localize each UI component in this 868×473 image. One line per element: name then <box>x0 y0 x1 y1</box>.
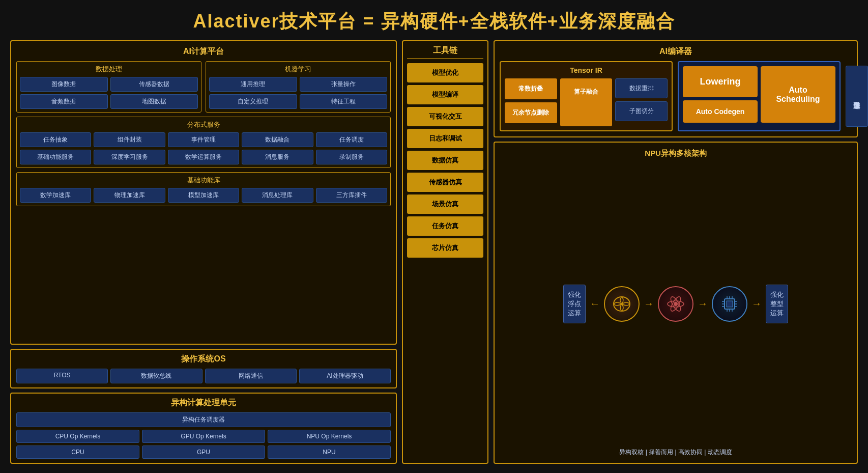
chip-third-party: 三方库插件 <box>316 188 387 203</box>
tensor-ir-grid: 常数折叠 冗余节点删除 算子融合 数据重排 子图切分 <box>505 78 668 126</box>
hetero-section: 异构计算处理单元 异构任务调度器 CPU Op Kernels GPU Op K… <box>10 393 397 464</box>
arrow-right3: → <box>751 298 762 310</box>
ir-data-reorder: 数据重排 <box>615 78 668 98</box>
distributed-section: 分布式服务 任务抽象 组件封装 事件管理 数据融合 任务调度 基础功能服务 深度… <box>16 117 391 168</box>
tool-model-compile: 模型编译 <box>407 85 483 104</box>
basic-lib-grid: 数学加速库 物理加速库 模型加速库 消息处理库 三方库插件 <box>20 188 387 203</box>
chip-map-data: 地图数据 <box>110 94 198 109</box>
chip-general-inference: 通用推理 <box>209 77 297 92</box>
chip-gpu-kernels: GPU Op Kernels <box>142 430 265 443</box>
ai-platform: AI计算平台 数据处理 图像数据 传感器数据 音频数据 地图数据 <box>10 40 397 345</box>
chip-msg-proc: 消息处理库 <box>242 188 313 203</box>
chip-data-fusion: 数据融合 <box>242 132 313 147</box>
npu-diagram: 强化 浮点 运算 ← → <box>501 163 851 444</box>
chip-basic-func: 基础功能服务 <box>20 150 91 164</box>
chip-gpu: GPU <box>142 446 265 459</box>
compiler-section: AI编译器 Tensor IR 常数折叠 冗余节点删除 算子融合 <box>494 40 858 137</box>
page-title: AIactiver技术平台 = 异构硬件+全栈软件+业务深度融合 <box>10 9 858 34</box>
os-grid: RTOS 数据软总线 网络通信 AI处理器驱动 <box>16 369 391 383</box>
tools-title: 工具链 <box>407 45 483 59</box>
os-section: 操作系统OS RTOS 数据软总线 网络通信 AI处理器驱动 <box>10 349 397 388</box>
chip-custom-inference: 自定义推理 <box>209 94 297 109</box>
chip-event-mgmt: 事件管理 <box>168 132 239 147</box>
chip-cpu: CPU <box>16 446 139 459</box>
lowering-box: Lowering AutoScheduling Auto Codegen <box>678 61 841 131</box>
chip-tensor-op: 张量操作 <box>300 77 388 92</box>
chip-npu: NPU <box>268 446 391 459</box>
arrow-right1: → <box>644 298 654 310</box>
chip-model-accel: 模型加速库 <box>168 188 239 203</box>
page: AIactiver技术平台 = 异构硬件+全栈软件+业务深度融合 AI计算平台 … <box>0 0 868 473</box>
ml-grid: 通用推理 张量操作 自定义推理 特征工程 <box>209 77 387 109</box>
chip-sensor-data: 传感器数据 <box>110 77 198 92</box>
arrow-right2: → <box>698 298 708 310</box>
chip-feature-eng: 特征工程 <box>300 94 388 109</box>
tensor-accel-container: 张量加速引擎 <box>846 61 868 131</box>
brain-icon <box>604 286 640 322</box>
main-content: AI计算平台 数据处理 图像数据 传感器数据 音频数据 地图数据 <box>10 40 858 464</box>
tensor-accel-label: 张量加速引擎 <box>846 66 868 127</box>
chip-icon <box>712 286 747 322</box>
distributed-row2: 基础功能服务 深度学习服务 数学运算服务 消息服务 录制服务 <box>20 150 387 164</box>
compiler-title: AI编译器 <box>500 46 852 57</box>
tool-sensor-sim: 传感器仿真 <box>407 173 483 192</box>
data-processing-section: 数据处理 图像数据 传感器数据 音频数据 地图数据 <box>16 61 201 113</box>
chip-rtos: RTOS <box>16 369 108 383</box>
tool-model-opt: 模型优化 <box>407 63 483 82</box>
data-processing-title: 数据处理 <box>20 65 198 74</box>
tool-scene-sim: 场景仿真 <box>407 194 483 214</box>
tool-chip-sim: 芯片仿真 <box>407 238 483 258</box>
ml-section: 机器学习 通用推理 张量操作 自定义推理 特征工程 <box>206 61 391 113</box>
distributed-title: 分布式服务 <box>20 120 387 129</box>
data-ml-row: 数据处理 图像数据 传感器数据 音频数据 地图数据 机器学习 通用推理 <box>16 61 391 113</box>
chip-npu-kernels: NPU Op Kernels <box>268 430 391 443</box>
chip-record-service: 录制服务 <box>316 150 387 164</box>
ml-title: 机器学习 <box>209 65 387 74</box>
ir-subgraph-cut: 子图切分 <box>615 101 668 121</box>
basic-lib-section: 基础功能库 数学加速库 物理加速库 模型加速库 消息处理库 三方库插件 <box>16 172 391 206</box>
auto-scheduling-label: AutoScheduling <box>761 66 835 123</box>
auto-codegen-label: Auto Codegen <box>683 100 758 123</box>
npu-title: NPU异构多核架构 <box>501 149 851 158</box>
npu-left-box: 强化 浮点 运算 <box>563 285 586 323</box>
tensor-ir-right: 数据重排 子图切分 <box>615 78 668 123</box>
ir-op-fusion: 算子融合 <box>560 78 613 126</box>
chip-cpu-kernels: CPU Op Kernels <box>16 430 139 443</box>
hetero-processors: CPU GPU NPU <box>16 446 391 459</box>
chip-ai-driver: AI处理器驱动 <box>299 369 391 383</box>
atom-icon <box>658 286 693 322</box>
lowering-grid: Lowering AutoScheduling Auto Codegen <box>683 66 835 123</box>
svg-point-1 <box>674 302 678 306</box>
middle-section: 工具链 模型优化 模型编译 可视化交互 日志和调试 数据仿真 传感器仿真 场景仿… <box>402 40 488 464</box>
chip-audio-data: 音频数据 <box>20 94 108 109</box>
basic-lib-title: 基础功能库 <box>20 176 387 185</box>
npu-footer: 异构双核 | 择善而用 | 高效协同 | 动态调度 <box>501 448 851 457</box>
chip-component-wrap: 组件封装 <box>94 132 165 147</box>
hetero-title: 异构计算处理单元 <box>16 398 391 408</box>
tensor-ir-left: 常数折叠 冗余节点删除 <box>505 78 557 123</box>
npu-section: NPU异构多核架构 强化 浮点 运算 ← <box>494 142 858 464</box>
compiler-inner: Tensor IR 常数折叠 冗余节点删除 算子融合 数据重排 <box>500 61 852 131</box>
hetero-kernels: CPU Op Kernels GPU Op Kernels NPU Op Ker… <box>16 430 391 443</box>
data-processing-grid: 图像数据 传感器数据 音频数据 地图数据 <box>20 77 198 109</box>
tool-visual-interact: 可视化交互 <box>407 107 483 126</box>
left-section: AI计算平台 数据处理 图像数据 传感器数据 音频数据 地图数据 <box>10 40 397 464</box>
svg-rect-6 <box>727 301 733 307</box>
tools-container: 工具链 模型优化 模型编译 可视化交互 日志和调试 数据仿真 传感器仿真 场景仿… <box>402 40 488 464</box>
npu-right-box: 强化 整型 运算 <box>766 285 788 323</box>
right-section: AI编译器 Tensor IR 常数折叠 冗余节点删除 算子融合 <box>494 40 858 464</box>
tool-task-sim: 任务仿真 <box>407 216 483 236</box>
ir-constant-fold: 常数折叠 <box>505 78 557 99</box>
tool-log-debug: 日志和调试 <box>407 129 483 148</box>
ai-platform-title: AI计算平台 <box>16 46 391 57</box>
chip-task-abstract: 任务抽象 <box>20 132 91 147</box>
chip-task-schedule: 任务调度 <box>316 132 387 147</box>
tensor-ir-box: Tensor IR 常数折叠 冗余节点删除 算子融合 数据重排 <box>500 61 673 131</box>
chip-msg-service: 消息服务 <box>242 150 313 164</box>
tensor-ir-title: Tensor IR <box>505 66 668 74</box>
chip-math-accel: 数学加速库 <box>20 188 91 203</box>
tool-data-sim: 数据仿真 <box>407 151 483 170</box>
hetero-scheduler: 异构任务调度器 <box>16 412 391 427</box>
chip-data-bus: 数据软总线 <box>110 369 202 383</box>
chip-math-service: 数学运算服务 <box>168 150 239 164</box>
